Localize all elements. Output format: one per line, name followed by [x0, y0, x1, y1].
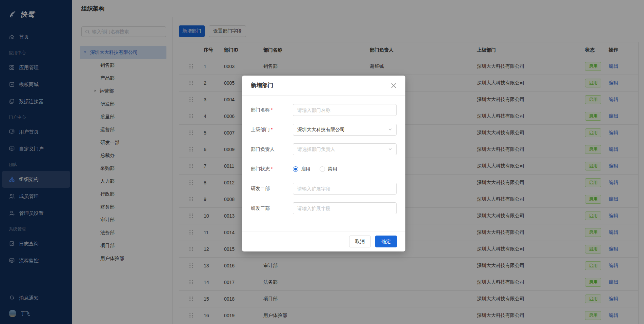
parent-dept-select[interactable]: 深圳大大科技有限公司	[293, 124, 397, 136]
required-asterisk: *	[271, 107, 273, 113]
required-asterisk: *	[271, 127, 273, 132]
ok-button[interactable]: 确定	[375, 236, 397, 247]
form-label: 部门状态*	[251, 166, 293, 172]
required-asterisk: *	[271, 166, 273, 171]
app-window: 快鹭 首页应用中心应用管理模板商城数据连接器门户中心用户首页自定义门户团队组织架…	[0, 0, 644, 324]
radio-label: 启用	[301, 166, 310, 172]
chevron-down-icon	[388, 147, 392, 152]
radio-checked-icon[interactable]	[293, 166, 298, 172]
cancel-button[interactable]: 取消	[349, 236, 371, 247]
radio-option[interactable]: 禁用	[320, 166, 337, 172]
form-row-parent-dept: 上级部门*深圳大大科技有限公司	[251, 124, 397, 136]
dept-head-placeholder: 请选择部门负责人	[297, 146, 335, 153]
ext-field-3-input[interactable]	[293, 202, 397, 214]
form-row-dept-head: 部门负责人请选择部门负责人	[251, 143, 397, 155]
form-label: 研发三部	[251, 205, 293, 211]
parent-dept-value: 深圳大大科技有限公司	[297, 127, 345, 133]
chevron-down-icon	[388, 127, 392, 133]
modal-title: 新增部门	[251, 82, 273, 89]
close-icon[interactable]	[390, 82, 397, 88]
modal-body: 部门名称*上级部门*深圳大大科技有限公司部门负责人请选择部门负责人部门状态*启用…	[242, 96, 405, 214]
dept-name-input[interactable]	[293, 104, 397, 116]
form-row-ext-field-2: 研发二部	[251, 183, 397, 195]
radio-option[interactable]: 启用	[293, 166, 310, 172]
modal-header: 新增部门	[242, 76, 405, 96]
form-row-ext-field-3: 研发三部	[251, 202, 397, 214]
radio-label: 禁用	[328, 166, 337, 172]
ext-field-2-input[interactable]	[293, 183, 397, 195]
dept-head-select[interactable]: 请选择部门负责人	[293, 143, 397, 155]
form-label: 部门名称*	[251, 107, 293, 113]
form-label: 研发二部	[251, 186, 293, 192]
dept-status-radio-group: 启用禁用	[293, 163, 397, 175]
add-department-modal: 新增部门 部门名称*上级部门*深圳大大科技有限公司部门负责人请选择部门负责人部门…	[242, 76, 405, 251]
form-row-dept-status: 部门状态*启用禁用	[251, 163, 397, 175]
modal-footer: 取消 确定	[242, 231, 405, 251]
radio-unchecked-icon[interactable]	[320, 166, 325, 172]
form-row-dept-name: 部门名称*	[251, 104, 397, 116]
form-label: 上级部门*	[251, 127, 293, 133]
form-label: 部门负责人	[251, 146, 293, 153]
